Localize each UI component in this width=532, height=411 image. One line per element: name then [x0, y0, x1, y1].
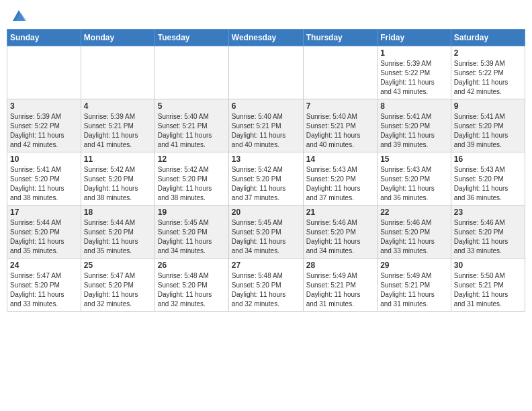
calendar-cell — [7, 46, 81, 99]
day-info: Sunrise: 5:45 AMSunset: 5:20 PMDaylight:… — [158, 218, 226, 256]
calendar-cell: 14Sunrise: 5:43 AMSunset: 5:20 PMDayligh… — [303, 152, 377, 205]
weekday-header-tuesday: Tuesday — [154, 30, 228, 46]
day-number: 25 — [84, 261, 152, 270]
calendar-cell: 19Sunrise: 5:45 AMSunset: 5:20 PMDayligh… — [154, 205, 228, 259]
day-number: 12 — [158, 154, 226, 164]
day-info: Sunrise: 5:41 AMSunset: 5:20 PMDaylight:… — [380, 112, 448, 150]
day-number: 27 — [232, 261, 300, 270]
calendar-cell — [303, 46, 377, 99]
calendar-week-4: 17Sunrise: 5:44 AMSunset: 5:20 PMDayligh… — [7, 205, 525, 259]
calendar-cell: 5Sunrise: 5:40 AMSunset: 5:21 PMDaylight… — [154, 99, 228, 152]
day-info: Sunrise: 5:49 AMSunset: 5:21 PMDaylight:… — [380, 271, 448, 309]
calendar-cell: 2Sunrise: 5:39 AMSunset: 5:22 PMDaylight… — [451, 46, 525, 99]
day-info: Sunrise: 5:48 AMSunset: 5:20 PMDaylight:… — [232, 271, 300, 309]
calendar-cell: 11Sunrise: 5:42 AMSunset: 5:20 PMDayligh… — [81, 152, 154, 205]
day-number: 6 — [232, 101, 300, 111]
calendar-cell: 23Sunrise: 5:46 AMSunset: 5:20 PMDayligh… — [451, 205, 525, 259]
day-number: 21 — [306, 208, 374, 217]
day-info: Sunrise: 5:43 AMSunset: 5:20 PMDaylight:… — [454, 165, 522, 203]
day-info: Sunrise: 5:48 AMSunset: 5:20 PMDaylight:… — [158, 271, 226, 309]
logo-icon — [11, 9, 26, 24]
day-info: Sunrise: 5:39 AMSunset: 5:22 PMDaylight:… — [10, 112, 78, 150]
calendar-cell: 15Sunrise: 5:43 AMSunset: 5:20 PMDayligh… — [378, 152, 451, 205]
weekday-header-monday: Monday — [81, 30, 154, 46]
day-number: 2 — [454, 48, 522, 58]
day-number: 22 — [380, 208, 448, 217]
day-number: 8 — [380, 101, 448, 111]
logo — [10, 10, 26, 24]
calendar-cell: 25Sunrise: 5:47 AMSunset: 5:20 PMDayligh… — [81, 259, 154, 312]
day-info: Sunrise: 5:41 AMSunset: 5:20 PMDaylight:… — [454, 112, 522, 150]
day-info: Sunrise: 5:41 AMSunset: 5:20 PMDaylight:… — [10, 165, 78, 203]
calendar-cell: 13Sunrise: 5:42 AMSunset: 5:20 PMDayligh… — [228, 152, 303, 205]
day-info: Sunrise: 5:39 AMSunset: 5:21 PMDaylight:… — [84, 112, 152, 150]
day-info: Sunrise: 5:43 AMSunset: 5:20 PMDaylight:… — [380, 165, 448, 203]
day-info: Sunrise: 5:47 AMSunset: 5:20 PMDaylight:… — [84, 271, 152, 309]
day-info: Sunrise: 5:47 AMSunset: 5:20 PMDaylight:… — [10, 271, 78, 309]
calendar-week-5: 24Sunrise: 5:47 AMSunset: 5:20 PMDayligh… — [7, 259, 525, 312]
day-number: 14 — [306, 154, 374, 164]
day-number: 7 — [306, 101, 374, 111]
day-number: 5 — [158, 101, 226, 111]
day-number: 3 — [10, 101, 78, 111]
calendar-cell: 4Sunrise: 5:39 AMSunset: 5:21 PMDaylight… — [81, 99, 154, 152]
calendar-cell: 12Sunrise: 5:42 AMSunset: 5:20 PMDayligh… — [154, 152, 228, 205]
calendar-cell — [154, 46, 228, 99]
day-info: Sunrise: 5:44 AMSunset: 5:20 PMDaylight:… — [10, 218, 78, 256]
weekday-header-wednesday: Wednesday — [228, 30, 303, 46]
day-number: 28 — [306, 261, 374, 270]
day-info: Sunrise: 5:42 AMSunset: 5:20 PMDaylight:… — [84, 165, 152, 203]
calendar-body: 1Sunrise: 5:39 AMSunset: 5:22 PMDaylight… — [7, 46, 525, 312]
day-info: Sunrise: 5:50 AMSunset: 5:21 PMDaylight:… — [454, 271, 522, 309]
calendar-cell: 28Sunrise: 5:49 AMSunset: 5:21 PMDayligh… — [303, 259, 377, 312]
calendar-cell: 16Sunrise: 5:43 AMSunset: 5:20 PMDayligh… — [451, 152, 525, 205]
day-info: Sunrise: 5:39 AMSunset: 5:22 PMDaylight:… — [454, 59, 522, 97]
calendar-week-2: 3Sunrise: 5:39 AMSunset: 5:22 PMDaylight… — [7, 99, 525, 152]
calendar-cell: 22Sunrise: 5:46 AMSunset: 5:20 PMDayligh… — [378, 205, 451, 259]
calendar-cell: 6Sunrise: 5:40 AMSunset: 5:21 PMDaylight… — [228, 99, 303, 152]
weekday-header-thursday: Thursday — [303, 30, 377, 46]
calendar-cell — [228, 46, 303, 99]
calendar-table: SundayMondayTuesdayWednesdayThursdayFrid… — [7, 29, 525, 312]
day-info: Sunrise: 5:46 AMSunset: 5:20 PMDaylight:… — [306, 218, 374, 256]
calendar-cell: 21Sunrise: 5:46 AMSunset: 5:20 PMDayligh… — [303, 205, 377, 259]
day-number: 17 — [10, 208, 78, 217]
day-number: 20 — [232, 208, 300, 217]
day-number: 4 — [84, 101, 152, 111]
day-info: Sunrise: 5:40 AMSunset: 5:21 PMDaylight:… — [306, 112, 374, 150]
calendar-cell: 10Sunrise: 5:41 AMSunset: 5:20 PMDayligh… — [7, 152, 81, 205]
calendar-header: SundayMondayTuesdayWednesdayThursdayFrid… — [7, 30, 525, 46]
day-info: Sunrise: 5:49 AMSunset: 5:21 PMDaylight:… — [306, 271, 374, 309]
weekday-header-friday: Friday — [378, 30, 451, 46]
day-number: 26 — [158, 261, 226, 270]
calendar-cell: 8Sunrise: 5:41 AMSunset: 5:20 PMDaylight… — [378, 99, 451, 152]
day-info: Sunrise: 5:46 AMSunset: 5:20 PMDaylight:… — [380, 218, 448, 256]
day-info: Sunrise: 5:44 AMSunset: 5:20 PMDaylight:… — [84, 218, 152, 256]
day-number: 9 — [454, 101, 522, 111]
calendar-cell: 27Sunrise: 5:48 AMSunset: 5:20 PMDayligh… — [228, 259, 303, 312]
day-number: 1 — [380, 48, 448, 58]
day-info: Sunrise: 5:42 AMSunset: 5:20 PMDaylight:… — [232, 165, 300, 203]
day-number: 24 — [10, 261, 78, 270]
day-number: 11 — [84, 154, 152, 164]
day-number: 23 — [454, 208, 522, 217]
day-number: 29 — [380, 261, 448, 270]
day-info: Sunrise: 5:40 AMSunset: 5:21 PMDaylight:… — [232, 112, 300, 150]
day-info: Sunrise: 5:46 AMSunset: 5:20 PMDaylight:… — [454, 218, 522, 256]
day-info: Sunrise: 5:40 AMSunset: 5:21 PMDaylight:… — [158, 112, 226, 150]
calendar-cell: 30Sunrise: 5:50 AMSunset: 5:21 PMDayligh… — [451, 259, 525, 312]
calendar-cell — [81, 46, 154, 99]
page-header — [7, 7, 525, 24]
day-number: 16 — [454, 154, 522, 164]
day-info: Sunrise: 5:39 AMSunset: 5:22 PMDaylight:… — [380, 59, 448, 97]
calendar-cell: 24Sunrise: 5:47 AMSunset: 5:20 PMDayligh… — [7, 259, 81, 312]
day-info: Sunrise: 5:43 AMSunset: 5:20 PMDaylight:… — [306, 165, 374, 203]
calendar-cell: 7Sunrise: 5:40 AMSunset: 5:21 PMDaylight… — [303, 99, 377, 152]
calendar-cell: 17Sunrise: 5:44 AMSunset: 5:20 PMDayligh… — [7, 205, 81, 259]
calendar-cell: 3Sunrise: 5:39 AMSunset: 5:22 PMDaylight… — [7, 99, 81, 152]
day-number: 18 — [84, 208, 152, 217]
day-info: Sunrise: 5:42 AMSunset: 5:20 PMDaylight:… — [158, 165, 226, 203]
day-number: 10 — [10, 154, 78, 164]
calendar-week-3: 10Sunrise: 5:41 AMSunset: 5:20 PMDayligh… — [7, 152, 525, 205]
calendar-cell: 9Sunrise: 5:41 AMSunset: 5:20 PMDaylight… — [451, 99, 525, 152]
